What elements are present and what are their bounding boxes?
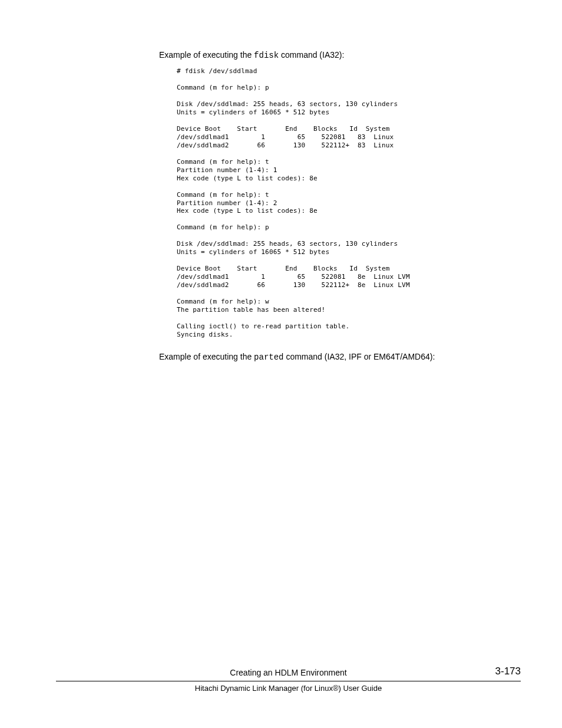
main-content: Example of executing the fdisk command (… — [159, 50, 521, 369]
footer-section-title: Creating an HDLM Environment — [103, 668, 474, 677]
footer-doc-title: Hitachi Dynamic Link Manager (for Linux®… — [56, 681, 521, 693]
intro-text: command (IA32): — [279, 50, 344, 60]
intro-text: Example of executing the — [159, 50, 254, 60]
intro-text: command (IA32, IPF or EM64T/AMD64): — [284, 352, 435, 361]
terminal-output-fdisk: # fdisk /dev/sddlmad Command (m for help… — [177, 67, 521, 339]
terminal-text: # fdisk /dev/sddlmad Command (m for help… — [177, 67, 410, 338]
intro-fdisk: Example of executing the fdisk command (… — [159, 50, 521, 60]
intro-parted: Example of executing the parted command … — [159, 352, 521, 362]
page-footer: Creating an HDLM Environment 3-173 Hitac… — [56, 666, 521, 693]
intro-cmd: parted — [254, 353, 283, 362]
page-number: 3-173 — [474, 666, 521, 677]
footer-top-row: Creating an HDLM Environment 3-173 — [56, 666, 521, 681]
intro-text: Example of executing the — [159, 352, 254, 361]
intro-cmd: fdisk — [254, 51, 279, 60]
